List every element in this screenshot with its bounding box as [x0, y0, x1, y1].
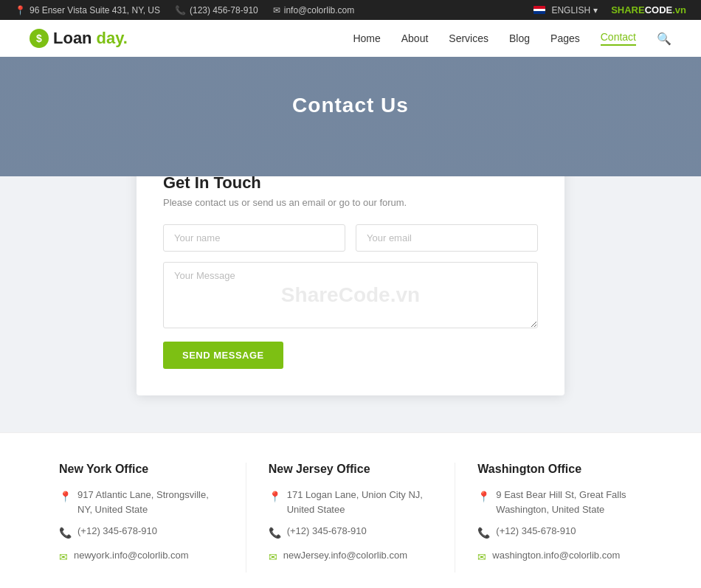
office-divider-1 [246, 463, 246, 573]
contact-section: Get In Touch Please contact us or send u… [0, 147, 701, 432]
logo-loan: Loan [53, 29, 92, 48]
email-icon: ✉ [477, 550, 486, 565]
header: $ Loanday. Home About Services Blog Page… [0, 20, 701, 57]
nav-services[interactable]: Services [449, 32, 488, 44]
office-wa-address: 📍 9 East Bear Hill St, Great Falls Washi… [477, 488, 642, 516]
topbar-phone: 📞 (123) 456-78-910 [175, 5, 258, 15]
name-input[interactable] [163, 224, 345, 252]
nav-home[interactable]: Home [353, 32, 380, 44]
logo-icon: $ [30, 29, 49, 48]
office-wa-phone: 📞 (+12) 345-678-910 [477, 524, 642, 541]
topbar-address: 📍 96 Enser Vista Suite 431, NY, US [15, 5, 160, 15]
location-icon: 📍 [59, 489, 72, 505]
location-icon: 📍 [477, 489, 490, 505]
office-ny-title: New York Office [59, 463, 224, 476]
email-icon: ✉ [269, 550, 277, 565]
office-washington: Washington Office 📍 9 East Bear Hill St,… [477, 463, 642, 573]
sharecode-logo: SHARECODE.vn [611, 4, 686, 15]
hero-title: Contact Us [292, 94, 409, 117]
message-wrap: ShareCode.vn [163, 262, 538, 328]
email-input[interactable] [356, 224, 538, 252]
office-nj-title: New Jersey Office [269, 463, 433, 476]
phone-icon: 📞 [59, 525, 72, 541]
top-bar: 📍 96 Enser Vista Suite 431, NY, US 📞 (12… [0, 0, 701, 20]
office-wa-email: ✉ washington.info@colorlib.com [477, 548, 642, 565]
email-icon: ✉ [59, 550, 68, 565]
top-bar-left: 📍 96 Enser Vista Suite 431, NY, US 📞 (12… [15, 5, 354, 15]
hero-banner: Contact Us [0, 57, 701, 176]
chevron-down-icon: ▾ [593, 5, 598, 15]
topbar-email: ✉ info@colorlib.com [273, 5, 355, 15]
location-icon: 📍 [269, 489, 281, 505]
offices-section: New York Office 📍 917 Atlantic Lane, Str… [0, 432, 701, 588]
nav-blog[interactable]: Blog [509, 32, 530, 44]
flag-icon [533, 6, 545, 14]
nav-contact[interactable]: Contact [601, 31, 636, 46]
office-ny-phone: 📞 (+12) 345-678-910 [59, 524, 224, 541]
phone-icon: 📞 [269, 525, 281, 541]
office-nj-address: 📍 171 Logan Lane, Union City NJ, United … [269, 488, 433, 516]
nav-about[interactable]: About [401, 32, 429, 44]
search-icon[interactable]: 🔍 [657, 32, 671, 46]
office-new-jersey: New Jersey Office 📍 171 Logan Lane, Unio… [269, 463, 433, 573]
send-message-button[interactable]: SEND MESSAGE [163, 342, 283, 369]
office-nj-email: ✉ newJersey.info@colorlib.com [269, 548, 433, 565]
email-icon: ✉ [273, 5, 280, 15]
form-row-name-email [163, 224, 538, 252]
office-nj-phone: 📞 (+12) 345-678-910 [269, 524, 433, 541]
location-icon: 📍 [15, 5, 26, 15]
phone-icon: 📞 [175, 5, 186, 15]
logo[interactable]: $ Loanday. [30, 29, 128, 48]
office-ny-address: 📍 917 Atlantic Lane, Strongsville, NY, U… [59, 488, 224, 516]
language-button[interactable]: ENGLISH ▾ [551, 5, 598, 15]
top-bar-right: ENGLISH ▾ SHARECODE.vn [533, 4, 686, 15]
phone-icon: 📞 [477, 525, 490, 541]
logo-day: day. [97, 29, 128, 48]
office-ny-email: ✉ newyork.info@colorlib.com [59, 548, 224, 565]
contact-subtext: Please contact us or send us an email or… [163, 197, 538, 208]
message-input[interactable] [163, 262, 538, 328]
nav-pages[interactable]: Pages [550, 32, 580, 44]
office-new-york: New York Office 📍 917 Atlantic Lane, Str… [59, 463, 224, 573]
main-nav: Home About Services Blog Pages Contact 🔍 [353, 31, 671, 46]
contact-card: Get In Touch Please contact us or send u… [137, 147, 564, 395]
office-divider-2 [455, 463, 455, 573]
office-wa-title: Washington Office [477, 463, 642, 476]
